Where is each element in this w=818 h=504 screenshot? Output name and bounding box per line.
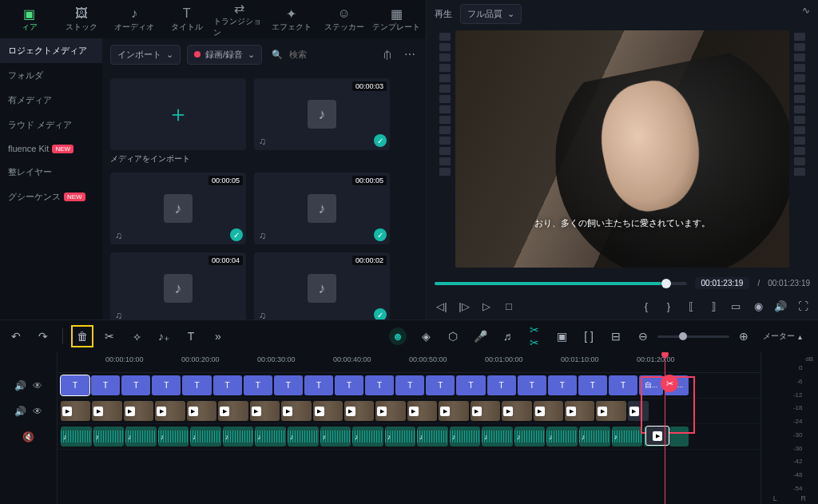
video-clip[interactable]: ▶ bbox=[628, 401, 649, 421]
audio-clip[interactable]: ♪ bbox=[417, 427, 448, 446]
video-clip[interactable]: ▶ bbox=[250, 401, 280, 421]
video-track[interactable]: ▶ ▶ ▶ ▶ ▶ ▶ ▶ ▶ ▶ ▶ ▶ ▶ ▶ ▶ ▶ bbox=[58, 399, 760, 424]
nav-tab-stock[interactable]: 🖼 ストック bbox=[56, 0, 109, 38]
bracket-button[interactable]: [ ] bbox=[581, 330, 597, 343]
audio-clip[interactable]: ♪ bbox=[579, 427, 610, 446]
audio-clip[interactable]: ♪ bbox=[385, 427, 416, 446]
stop-button[interactable]: □ bbox=[502, 300, 516, 312]
audio-clip[interactable]: ♪ bbox=[546, 427, 578, 446]
video-clip[interactable]: ▶ bbox=[439, 401, 468, 421]
audio-clip[interactable]: ♪ bbox=[125, 427, 157, 446]
zoom-slider[interactable] bbox=[657, 335, 729, 338]
keyframe-button[interactable]: ◈ bbox=[418, 330, 434, 343]
audio-clip[interactable]: ♪ bbox=[320, 427, 351, 446]
meter-header[interactable]: メーター▴ bbox=[763, 331, 810, 342]
text-clip[interactable]: T bbox=[456, 375, 485, 395]
audio-clip[interactable]: ♪ bbox=[61, 427, 92, 446]
audio-clip[interactable]: ♪ bbox=[352, 427, 383, 446]
text-clip[interactable]: T bbox=[121, 375, 150, 395]
sidebar-influence-kit[interactable]: fluence KitNEW bbox=[0, 137, 102, 160]
music-button[interactable]: ♬ bbox=[499, 330, 515, 343]
zoom-in-button[interactable]: ⊕ bbox=[736, 330, 752, 343]
import-media-card[interactable]: ＋ メディアをインポート bbox=[110, 78, 246, 165]
nav-tab-template[interactable]: ▦ テンプレート bbox=[370, 0, 423, 38]
video-clip[interactable]: ▶ bbox=[565, 401, 594, 421]
text-clip[interactable]: T bbox=[61, 375, 89, 395]
clip-button[interactable]: ⟧ bbox=[706, 300, 721, 312]
text-clip[interactable]: T bbox=[578, 375, 607, 395]
audio-clip[interactable]: ♪ bbox=[288, 427, 319, 446]
sidebar-adjustment-layer[interactable]: 整レイヤー bbox=[0, 160, 102, 185]
ai-button[interactable]: ☻ bbox=[389, 327, 407, 345]
scissors-button[interactable]: ✂ bbox=[101, 330, 117, 343]
aspect-button[interactable]: ▭ bbox=[729, 300, 743, 312]
selected-video-clip[interactable]: ▶ bbox=[645, 426, 669, 446]
video-clip[interactable]: ▶ bbox=[313, 401, 343, 421]
text-track[interactable]: T T T T T T T T T T T T T T T bbox=[58, 373, 760, 399]
step-back-button[interactable]: |▷ bbox=[457, 300, 471, 312]
cut-mode-button[interactable]: ✂✂ bbox=[526, 323, 542, 349]
nav-tab-media[interactable]: ▣ ィア bbox=[3, 0, 56, 38]
audio-clip[interactable]: ♪ bbox=[450, 427, 481, 446]
media-item[interactable]: ♪00:00:02♫✓ bbox=[254, 252, 390, 319]
nav-tab-sticker[interactable]: ☺ ステッカー bbox=[318, 0, 371, 38]
play-button[interactable]: ▷ bbox=[479, 300, 494, 312]
text-clip[interactable]: 自... bbox=[639, 375, 663, 395]
redo-button[interactable]: ↷ bbox=[35, 330, 51, 343]
quality-dropdown[interactable]: フル品質⌄ bbox=[460, 4, 522, 24]
timeline-tracks[interactable]: 00:00:10:00 00:00:20:00 00:00:30:00 00:0… bbox=[58, 352, 760, 504]
delete-button[interactable]: 🗑 bbox=[74, 328, 90, 344]
sidebar-cloud-media[interactable]: ラウド メディア bbox=[0, 113, 102, 137]
text-clip[interactable]: T bbox=[395, 375, 424, 395]
video-clip[interactable]: ▶ bbox=[61, 401, 90, 421]
audio-clip[interactable]: ♪ bbox=[93, 427, 125, 446]
preview-progress-bar[interactable] bbox=[435, 282, 687, 285]
text-button[interactable]: T bbox=[183, 330, 199, 343]
text-clip[interactable]: T bbox=[304, 375, 333, 395]
filter-icon[interactable]: ⫛ bbox=[379, 48, 395, 61]
text-clip[interactable]: T bbox=[182, 375, 211, 395]
video-clip[interactable]: ▶ bbox=[155, 401, 185, 421]
text-clip[interactable]: T bbox=[609, 375, 637, 395]
media-item[interactable]: ♪00:00:03♫✓ bbox=[254, 78, 390, 165]
text-clip[interactable]: T bbox=[548, 375, 577, 395]
more-icon[interactable]: ⋯ bbox=[402, 48, 418, 61]
waveform-icon[interactable]: ∿ bbox=[802, 5, 810, 16]
visibility-button[interactable]: 👁 bbox=[33, 406, 42, 417]
text-clip[interactable]: T bbox=[365, 375, 394, 395]
mute-track-button[interactable]: 🔇 bbox=[22, 431, 34, 442]
media-item[interactable]: ♪00:00:04♫ bbox=[110, 252, 246, 319]
bracket-open-icon[interactable]: { bbox=[639, 300, 653, 312]
nav-tab-audio[interactable]: ♪ オーディオ bbox=[108, 0, 161, 38]
record-dropdown[interactable]: 録画/録音⌄ bbox=[187, 45, 262, 65]
search-icon[interactable]: 🔍 bbox=[272, 50, 283, 60]
video-clip[interactable]: ▶ bbox=[596, 401, 625, 421]
audio-clip[interactable]: ♪ bbox=[255, 427, 286, 446]
audio-clip[interactable]: ♪ bbox=[514, 427, 546, 446]
video-clip[interactable]: ▶ bbox=[375, 401, 405, 421]
media-item[interactable]: ♪00:00:05♫✓ bbox=[110, 173, 246, 244]
timeline-ruler[interactable]: 00:00:10:00 00:00:20:00 00:00:30:00 00:0… bbox=[58, 352, 760, 373]
snapshot-button[interactable]: ◉ bbox=[751, 300, 765, 312]
prev-frame-button[interactable]: ◁| bbox=[435, 300, 449, 312]
audio-clip[interactable] bbox=[669, 427, 689, 446]
mute-track-button[interactable]: 🔊 bbox=[14, 406, 26, 417]
text-clip[interactable]: T bbox=[274, 375, 303, 395]
nav-tab-title[interactable]: T タイトル bbox=[161, 0, 213, 38]
shield-button[interactable]: ⬡ bbox=[445, 330, 461, 343]
preview-viewport[interactable]: おり、多くの飼い主たちに愛されています。 bbox=[455, 30, 789, 268]
text-clip[interactable]: T bbox=[152, 375, 181, 395]
video-clip[interactable]: ▶ bbox=[502, 401, 531, 421]
audio-clip[interactable]: ♪ bbox=[612, 427, 643, 446]
import-dropdown[interactable]: インポート⌄ bbox=[110, 45, 181, 65]
video-clip[interactable]: ▶ bbox=[187, 401, 216, 421]
sidebar-folder[interactable]: フォルダ bbox=[0, 63, 102, 88]
audio-clip[interactable]: ♪ bbox=[190, 427, 221, 446]
nav-tab-transition[interactable]: ⇄ トランジション bbox=[213, 0, 266, 38]
text-clip[interactable]: T bbox=[487, 375, 516, 395]
volume-button[interactable]: 🔊 bbox=[773, 300, 788, 312]
marker-button[interactable]: ▣ bbox=[554, 330, 570, 343]
video-clip[interactable]: ▶ bbox=[124, 401, 153, 421]
text-clip[interactable]: T bbox=[335, 375, 363, 395]
more-tools-button[interactable]: » bbox=[210, 330, 226, 343]
